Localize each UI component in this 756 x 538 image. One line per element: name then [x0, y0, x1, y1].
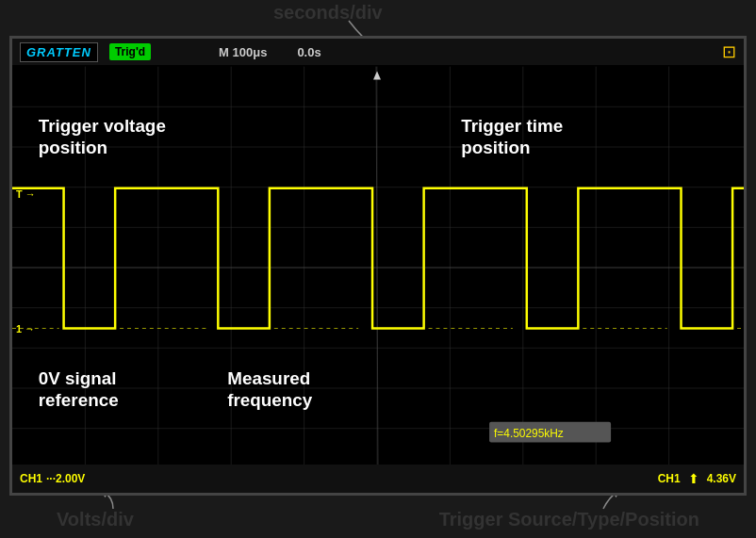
status-bar: GRATTEN Trig'd M 100μs 0.0s ⊡: [12, 39, 744, 65]
volts-div-label: Volts/div: [57, 509, 134, 530]
svg-text:reference: reference: [39, 390, 119, 410]
svg-text:frequency: frequency: [227, 390, 313, 410]
svg-text:position: position: [461, 138, 530, 157]
trigger-symbol-icon: ⬆: [688, 471, 699, 486]
grid-area: T → 1 → Trigger voltage position Trigger…: [12, 65, 744, 470]
scope-screen: GRATTEN Trig'd M 100μs 0.0s ⊡: [9, 36, 747, 496]
svg-text:Trigger voltage: Trigger voltage: [39, 116, 166, 136]
svg-text:Measured: Measured: [227, 368, 310, 388]
seconds-div-label: seconds/div: [273, 2, 383, 24]
time-position-label: 0.0s: [297, 45, 320, 59]
trigger-voltage-value: 4.36V: [707, 472, 736, 485]
volts-per-div: ···2.00V: [46, 472, 85, 485]
oscilloscope-display: seconds/div Volts/div Trigger Source/Typ…: [0, 0, 756, 538]
svg-text:0V signal: 0V signal: [39, 368, 117, 388]
ch1-left-label: CH1: [20, 472, 42, 485]
usb-icon: ⊡: [722, 41, 736, 62]
time-div-label: M 100μs: [219, 45, 267, 59]
trig-badge: Trig'd: [109, 43, 151, 60]
svg-text:1 →: 1 →: [16, 323, 35, 334]
ch1-right-label: CH1: [658, 472, 681, 485]
svg-marker-26: [373, 72, 381, 80]
trigger-source-label: Trigger Source/Type/Position: [439, 509, 699, 530]
svg-text:Trigger time: Trigger time: [461, 116, 563, 136]
svg-text:T →: T →: [16, 188, 36, 200]
svg-text:f=4.50295kHz: f=4.50295kHz: [494, 427, 564, 440]
scope-bottom-bar: CH1 ···2.00V CH1 ⬆ 4.36V: [12, 465, 744, 493]
brand-logo: GRATTEN: [20, 42, 98, 62]
svg-text:position: position: [39, 138, 107, 157]
